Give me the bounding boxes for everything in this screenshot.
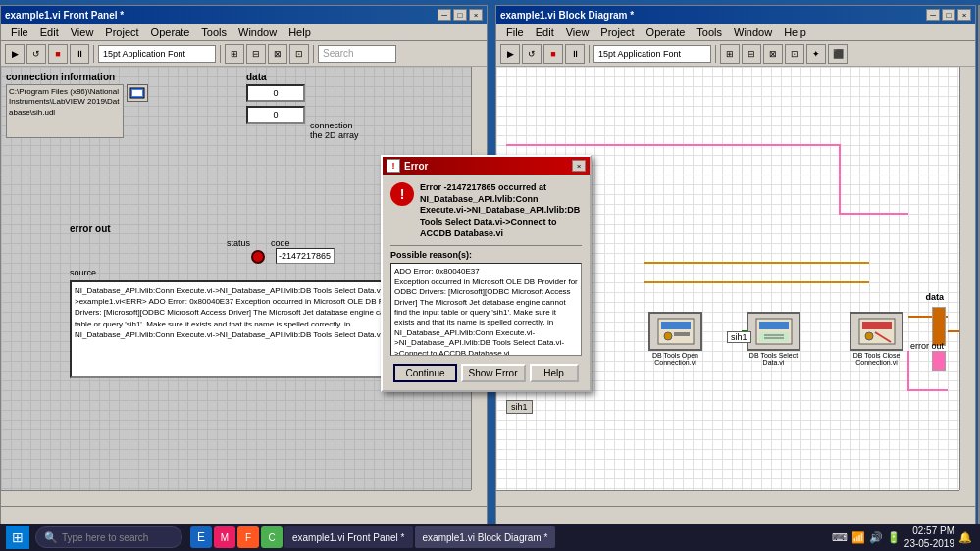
clock-time: 02:57 PM xyxy=(904,525,954,537)
tray-keyboard-icon: ⌨ xyxy=(832,531,848,544)
taskbar-fp-label: example1.vi Front Panel * xyxy=(292,532,405,543)
data-label: data xyxy=(246,72,267,82)
continue-btn[interactable]: Continue xyxy=(393,364,456,382)
bd-minimize-btn[interactable]: ─ xyxy=(926,9,940,21)
bd-status-bar xyxy=(496,506,975,524)
bd-toolbar: ▶ ↺ ■ ⏸ 15pt Application Font ⊞ ⊟ ⊠ ⊡ ✦ … xyxy=(496,41,975,67)
array-label: connectionthe 2D array xyxy=(310,121,428,140)
tray-notification-icon[interactable]: 🔔 xyxy=(958,531,972,544)
taskbar-item-fp[interactable]: example1.vi Front Panel * xyxy=(284,526,413,548)
taskbar-start-area[interactable]: ⊞ xyxy=(0,526,35,549)
fp-font-selector[interactable]: 15pt Application Font xyxy=(98,45,216,63)
bd-font-selector[interactable]: 15pt Application Font xyxy=(593,45,711,63)
bd-align-btn[interactable]: ⊞ xyxy=(720,44,740,64)
fp-pause-btn[interactable]: ⏸ xyxy=(70,44,89,64)
bd-menu-project[interactable]: Project xyxy=(594,26,640,38)
bd-abort-btn[interactable]: ■ xyxy=(543,44,563,64)
svg-point-19 xyxy=(865,332,873,340)
bd-maximize-btn[interactable]: □ xyxy=(942,9,955,21)
bd-menu-tools[interactable]: Tools xyxy=(691,26,728,38)
bd-close-btn[interactable]: × xyxy=(957,9,971,21)
fp-maximize-btn[interactable]: □ xyxy=(453,9,467,21)
sih1-label: sih1 xyxy=(727,331,751,343)
front-panel-title: example1.vi Front Panel * xyxy=(5,10,124,21)
bd-menu-file[interactable]: File xyxy=(500,26,530,38)
bd-menu-help[interactable]: Help xyxy=(778,26,812,38)
fp-resize-btn[interactable]: ⊠ xyxy=(268,44,287,64)
bd-scrollbar-v[interactable] xyxy=(959,67,975,490)
fp-menu-tools[interactable]: Tools xyxy=(195,26,232,38)
bd-resize-btn[interactable]: ⊠ xyxy=(763,44,783,64)
db-open-connection-box xyxy=(648,312,702,351)
fp-menu-project[interactable]: Project xyxy=(99,26,144,38)
svg-rect-18 xyxy=(862,322,892,329)
fp-dist-btn[interactable]: ⊟ xyxy=(246,44,266,64)
bd-cleanup-btn[interactable]: ✦ xyxy=(806,44,826,64)
taskbar-app-icon-4[interactable]: C xyxy=(261,526,283,548)
bd-run-btn[interactable]: ▶ xyxy=(500,44,520,64)
bd-data-label: data xyxy=(925,292,944,302)
fp-scrollbar-h[interactable] xyxy=(1,490,471,506)
db-close-connection-box xyxy=(850,312,903,351)
db-open-connection-node[interactable]: DB Tools OpenConnection.vi xyxy=(648,312,702,366)
fp-align-btn[interactable]: ⊞ xyxy=(225,44,244,64)
fp-reorder-btn[interactable]: ⊡ xyxy=(289,44,309,64)
taskbar-tray: ⌨ 📶 🔊 🔋 02:57 PM 23-05-2019 🔔 xyxy=(824,525,980,550)
path-value: C:\Program Files (x86)\National Instrume… xyxy=(9,87,121,118)
fp-menu-file[interactable]: File xyxy=(5,26,34,38)
bd-window-controls: ─ □ × xyxy=(926,9,971,21)
bd-menu-window[interactable]: Window xyxy=(728,26,778,38)
fp-menu-edit[interactable]: Edit xyxy=(34,26,65,38)
fp-menu-view[interactable]: View xyxy=(65,26,100,38)
windows-logo[interactable]: ⊞ xyxy=(6,526,29,549)
fp-menu-operate[interactable]: Operate xyxy=(145,26,196,38)
taskbar-app-icon-2[interactable]: M xyxy=(214,526,235,548)
error-dialog-buttons: Continue Show Error Help xyxy=(390,364,582,382)
db-select-data-label: DB Tools SelectData.vi xyxy=(749,352,798,366)
taskbar-search[interactable]: 🔍 Type here to search xyxy=(35,526,182,548)
sih1-constant: sih1 xyxy=(506,400,533,414)
fp-status-bar xyxy=(1,506,487,524)
bd-menu-view[interactable]: View xyxy=(560,26,595,38)
error-header-text: Error -2147217865 occurred at NI_Databas… xyxy=(420,182,582,239)
bd-scrollbar-h[interactable] xyxy=(496,490,959,506)
fp-scroll-corner xyxy=(471,490,487,506)
error-header-section: ! Error -2147217865 occurred at NI_Datab… xyxy=(390,182,582,239)
fp-minimize-btn[interactable]: ─ xyxy=(438,9,451,21)
bd-icon-btn[interactable]: ⬛ xyxy=(828,44,848,64)
fp-menu-help[interactable]: Help xyxy=(283,26,317,38)
show-error-btn[interactable]: Show Error xyxy=(461,364,526,382)
taskbar-app-icon-3[interactable]: F xyxy=(237,526,259,548)
error-dialog-content: ! Error -2147217865 occurred at NI_Datab… xyxy=(383,175,590,390)
fp-run-btn[interactable]: ▶ xyxy=(5,44,25,64)
bd-menu-operate[interactable]: Operate xyxy=(641,26,692,38)
error-dialog-close-btn[interactable]: × xyxy=(572,160,586,172)
connection-icon[interactable] xyxy=(127,84,148,102)
bd-pause-btn[interactable]: ⏸ xyxy=(565,44,585,64)
error-circle-icon: ! xyxy=(390,182,414,206)
tray-battery-icon: 🔋 xyxy=(887,531,901,544)
db-select-data-box xyxy=(747,312,800,351)
fp-run-continuously-btn[interactable]: ↺ xyxy=(26,44,46,64)
search-icon: 🔍 xyxy=(44,531,58,544)
bd-error-out-label: error out xyxy=(910,341,944,351)
error-reason-text: ADO Error: 0x80040E37 Exception occurred… xyxy=(390,263,582,356)
fp-menu-window[interactable]: Window xyxy=(232,26,283,38)
taskbar-clock[interactable]: 02:57 PM 23-05-2019 xyxy=(904,525,954,550)
bd-menu-edit[interactable]: Edit xyxy=(530,26,560,38)
fp-close-btn[interactable]: × xyxy=(469,9,483,21)
bd-dist-btn[interactable]: ⊟ xyxy=(742,44,761,64)
fp-search-box[interactable]: Search xyxy=(318,45,396,63)
fp-abort-btn[interactable]: ■ xyxy=(48,44,68,64)
error-dialog-title-text: Error xyxy=(404,161,428,172)
bd-run-continuously-btn[interactable]: ↺ xyxy=(522,44,542,64)
taskbar-item-bd[interactable]: example1.vi Block Diagram * xyxy=(415,526,556,548)
db-close-connection-node[interactable]: DB Tools CloseConnection.vi xyxy=(850,312,903,366)
toolbar-sep-3 xyxy=(313,45,314,63)
help-btn[interactable]: Help xyxy=(530,364,579,382)
svg-rect-9 xyxy=(661,322,691,329)
taskbar-app-icon-1[interactable]: E xyxy=(190,526,212,548)
bd-reorder-btn[interactable]: ⊡ xyxy=(785,44,804,64)
connection-info-box: C:\Program Files (x86)\National Instrume… xyxy=(6,84,124,138)
db-select-data-node[interactable]: DB Tools SelectData.vi xyxy=(747,312,800,366)
